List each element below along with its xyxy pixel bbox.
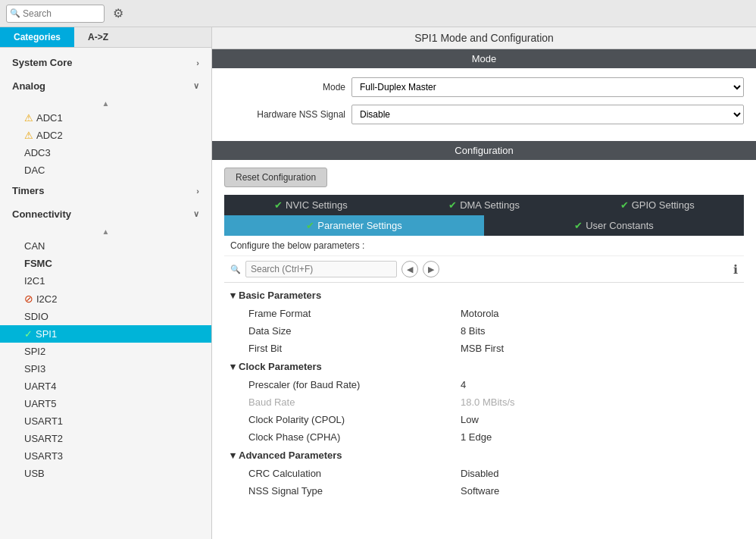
params-search-icon: 🔍 (230, 265, 241, 274)
mode-select-nss[interactable]: Disable (351, 105, 744, 124)
param-cpol: Clock Polarity (CPOL) Low (224, 411, 744, 428)
config-tabs-row2: ✔ Parameter Settings ✔ User Constants (224, 215, 744, 236)
param-frame-format: Frame Format Motorola (224, 305, 744, 322)
tree-item-usb[interactable]: USB (0, 465, 211, 482)
section-system-core-header[interactable]: System Core › (0, 51, 211, 74)
mode-row-nss: Hardware NSS Signal Disable (224, 105, 744, 124)
search-input[interactable] (23, 8, 101, 19)
connectivity-items: ▲ CAN FSMC I2C1 ⊘ I2C2 (0, 226, 211, 482)
check-icon-dma: ✔ (448, 199, 457, 211)
top-bar: 🔍 ⚙ (0, 0, 756, 27)
reset-config-button[interactable]: Reset Configuration (224, 168, 327, 187)
tab-atoz[interactable]: A->Z (74, 27, 122, 47)
tree-item-i2c2[interactable]: ⊘ I2C2 (0, 290, 211, 308)
tree-item-usart3[interactable]: USART3 (0, 447, 211, 465)
section-system-core: System Core › (0, 51, 211, 74)
tree-item-spi2[interactable]: SPI2 (0, 343, 211, 360)
gear-button[interactable]: ⚙ (109, 5, 127, 23)
param-cpol-value[interactable]: Low (461, 414, 738, 425)
left-panel: Categories A->Z System Core › Analog ∨ (0, 27, 212, 539)
param-cpha-value[interactable]: 1 Edge (461, 431, 738, 443)
param-baud-rate-name: Baud Rate (248, 396, 461, 408)
param-cpol-name: Clock Polarity (CPOL) (248, 414, 461, 425)
tree-item-adc1[interactable]: ⚠ ADC1 (0, 109, 211, 127)
param-first-bit-value[interactable]: MSB First (461, 343, 738, 354)
tree-item-uart5[interactable]: UART5 (0, 395, 211, 412)
section-connectivity-header[interactable]: Connectivity ∨ (0, 202, 211, 226)
param-first-bit-name: First Bit (248, 343, 461, 354)
param-crc-value[interactable]: Disabled (461, 468, 738, 479)
tab-row: Categories A->Z (0, 27, 211, 48)
tree-item-i2c1[interactable]: I2C1 (0, 272, 211, 290)
section-timers-header[interactable]: Timers › (0, 179, 211, 202)
section-connectivity: Connectivity ∨ ▲ CAN FSMC I2C1 (0, 202, 211, 482)
collapse-clock-icon: ▾ (230, 361, 236, 372)
check-icon-spi1: ✓ (24, 328, 33, 340)
tree-item-uart4[interactable]: UART4 (0, 378, 211, 395)
tab-user-constants[interactable]: ✔ User Constants (484, 215, 744, 236)
section-timers-label: Timers (12, 185, 44, 196)
config-tabs-row1: ✔ NVIC Settings ✔ DMA Settings ✔ GPIO Se… (224, 195, 744, 215)
configure-text: Configure the below parameters : (224, 236, 744, 256)
check-icon-gpio: ✔ (620, 199, 629, 211)
group-clock-header[interactable]: ▾ Clock Parameters (224, 357, 744, 376)
tab-params[interactable]: ✔ Parameter Settings (224, 215, 484, 236)
check-icon-nvic: ✔ (274, 199, 283, 211)
param-baud-rate-value: 18.0 MBits/s (461, 396, 738, 408)
tree-item-dac[interactable]: DAC (0, 161, 211, 179)
tree-item-can[interactable]: CAN (0, 237, 211, 255)
tree-item-sdio[interactable]: SDIO (0, 308, 211, 325)
group-clock-label: Clock Parameters (239, 361, 322, 372)
group-advanced-header[interactable]: ▾ Advanced Parameters (224, 446, 744, 465)
collapse-basic-icon: ▾ (230, 290, 236, 301)
tree-item-usart1[interactable]: USART1 (0, 412, 211, 430)
prev-param-button[interactable]: ◀ (401, 261, 418, 277)
chevron-timers: › (196, 186, 199, 196)
tree-item-fsmc[interactable]: FSMC (0, 255, 211, 272)
group-basic-header[interactable]: ▾ Basic Parameters (224, 286, 744, 305)
tab-nvic[interactable]: ✔ NVIC Settings (224, 195, 398, 215)
tree-item-spi3[interactable]: SPI3 (0, 360, 211, 378)
search-icon: 🔍 (10, 8, 20, 18)
tree-item-adc2[interactable]: ⚠ ADC2 (0, 127, 211, 144)
param-cpha-name: Clock Phase (CPHA) (248, 431, 461, 443)
tab-gpio[interactable]: ✔ GPIO Settings (570, 195, 744, 215)
scroll-up-analog: ▲ (0, 98, 211, 109)
tab-dma[interactable]: ✔ DMA Settings (398, 195, 571, 215)
param-data-size-value[interactable]: 8 Bits (461, 325, 738, 337)
scroll-up-conn-icon[interactable]: ▲ (102, 227, 110, 236)
param-nss-signal-value[interactable]: Software (461, 485, 738, 497)
analog-items: ▲ ⚠ ADC1 ⚠ ADC2 ADC3 DAC (0, 98, 211, 179)
section-analog: Analog ∨ ▲ ⚠ ADC1 ⚠ ADC2 (0, 74, 211, 179)
param-crc-name: CRC Calculation (248, 468, 461, 479)
params-search-input[interactable] (245, 261, 397, 277)
tab-categories[interactable]: Categories (0, 27, 74, 47)
section-system-core-label: System Core (12, 57, 72, 68)
next-param-button[interactable]: ▶ (423, 261, 439, 277)
param-baud-rate: Baud Rate 18.0 MBits/s (224, 393, 744, 411)
panel-title: SPI1 Mode and Configuration (212, 27, 756, 49)
search-box: 🔍 (6, 5, 105, 23)
param-prescaler: Prescaler (for Baud Rate) 4 (224, 376, 744, 393)
check-icon-user: ✔ (574, 220, 583, 231)
tree-item-spi1[interactable]: ✓ SPI1 (0, 325, 211, 343)
chevron-analog: ∨ (193, 81, 199, 91)
param-frame-format-value[interactable]: Motorola (461, 308, 738, 319)
info-button[interactable]: ℹ (733, 262, 738, 277)
section-connectivity-label: Connectivity (12, 208, 71, 220)
mode-select-mode[interactable]: Full-Duplex Master (351, 77, 744, 97)
group-advanced-label: Advanced Parameters (239, 450, 342, 461)
config-section: Reset Configuration ✔ NVIC Settings ✔ DM… (212, 160, 756, 510)
section-analog-label: Analog (12, 80, 45, 92)
tree-item-usart2[interactable]: USART2 (0, 430, 211, 447)
config-section-header: Configuration (212, 141, 756, 160)
param-nss-signal-name: NSS Signal Type (248, 485, 461, 497)
scroll-up-icon[interactable]: ▲ (102, 99, 110, 108)
param-nss-signal: NSS Signal Type Software (224, 482, 744, 500)
param-prescaler-name: Prescaler (for Baud Rate) (248, 379, 461, 390)
param-prescaler-value[interactable]: 4 (461, 379, 738, 390)
right-panel: SPI1 Mode and Configuration Mode Mode Fu… (212, 27, 756, 539)
tree-item-adc3[interactable]: ADC3 (0, 144, 211, 161)
warning-icon-adc2: ⚠ (24, 130, 33, 141)
section-analog-header[interactable]: Analog ∨ (0, 74, 211, 98)
